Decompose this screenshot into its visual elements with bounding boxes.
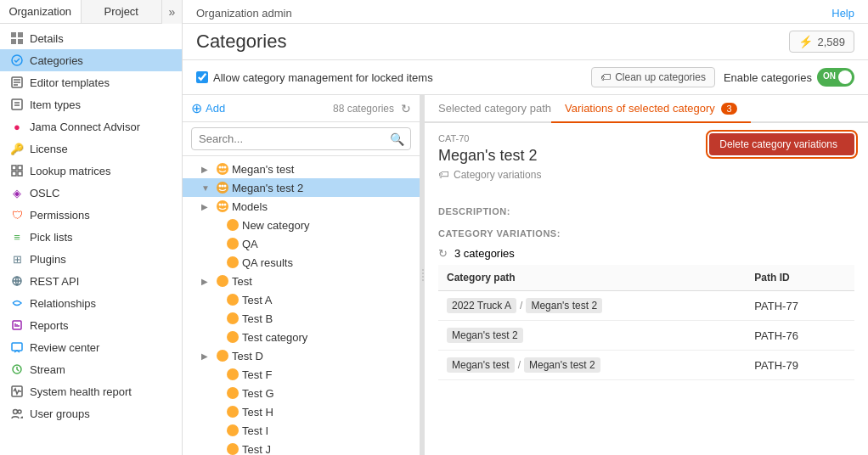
org-tab[interactable]: Organization: [0, 0, 82, 23]
category-management-checkbox[interactable]: [196, 71, 208, 83]
svg-rect-2: [11, 39, 16, 44]
tree-item-label: Test: [232, 275, 252, 288]
tree-item-label: Test B: [242, 312, 273, 325]
clean-up-button[interactable]: 🏷 Clean up categories: [591, 67, 715, 87]
help-link[interactable]: Help: [831, 7, 854, 20]
tree-item[interactable]: New category: [183, 216, 420, 234]
cat-tag-label: Category variations: [454, 169, 541, 181]
svg-point-33: [224, 185, 227, 188]
tree-list: ▶ Megan's test ▼ Megan's test 2 ▶ Models: [183, 156, 420, 455]
search-input[interactable]: [191, 127, 411, 150]
tree-item-label: Test F: [242, 368, 272, 381]
sidebar-item-lookup-label: Lookup matrices: [30, 165, 110, 177]
path-segment: Megan's test 2: [524, 357, 600, 373]
svg-point-39: [227, 238, 239, 250]
svg-point-26: [217, 163, 228, 175]
category-management-checkbox-label[interactable]: Allow category management for locked ite…: [196, 71, 433, 84]
tree-item[interactable]: QA: [183, 234, 420, 253]
svg-point-30: [217, 182, 228, 194]
sidebar-item-pick-lists[interactable]: ≡ Pick lists: [0, 226, 182, 248]
tree-item[interactable]: QA results: [183, 253, 420, 272]
sidebar-item-jama-advisor[interactable]: ● Jama Connect Advisor: [0, 115, 182, 138]
sidebar-item-stream[interactable]: Stream: [0, 358, 182, 380]
tree-item[interactable]: Test G: [183, 384, 420, 402]
jama-icon: ●: [10, 120, 24, 133]
tree-item-label: QA: [242, 238, 258, 250]
svg-point-31: [219, 185, 222, 188]
sidebar-item-license[interactable]: 🔑 License: [0, 138, 182, 160]
tree-item[interactable]: Test F: [183, 365, 420, 384]
variations-label: CATEGORY VARIATIONS:: [438, 228, 854, 239]
tree-item-label: Test A: [242, 294, 272, 306]
sidebar-item-oslc[interactable]: ◈ OSLC: [0, 182, 182, 204]
tree-toolbar: ⊕ Add 88 categories ↻: [183, 95, 420, 122]
tree-item[interactable]: ▼ Megan's test 2: [183, 178, 420, 197]
svg-point-38: [227, 219, 239, 231]
svg-point-45: [217, 350, 228, 362]
enable-categories-row: Enable categories ON: [724, 68, 854, 87]
path-id-cell: PATH-79: [746, 351, 854, 380]
sidebar-item-editor-templates[interactable]: Editor templates: [0, 71, 182, 93]
tree-item[interactable]: Test J: [183, 440, 420, 455]
tree-item[interactable]: Test B: [183, 309, 420, 328]
sidebar-item-users-label: User groups: [30, 407, 90, 420]
tree-refresh-button[interactable]: ↻: [401, 102, 411, 115]
sidebar-nav: Details Categories Editor templates: [0, 24, 182, 455]
sidebar-item-rest-api[interactable]: REST API: [0, 270, 182, 292]
grid-icon: [10, 31, 24, 45]
tree-item[interactable]: Test H: [183, 402, 420, 421]
sidebar-item-license-label: License: [30, 143, 68, 155]
sidebar-item-lookup[interactable]: Lookup matrices: [0, 160, 182, 182]
tree-item[interactable]: ▶ Models: [183, 197, 420, 216]
plus-icon: ⊕: [191, 100, 202, 116]
search-icon: 🔍: [390, 132, 404, 146]
variations-refresh-button[interactable]: ↻: [438, 247, 448, 260]
sidebar-item-plugins[interactable]: ⊞ Plugins: [0, 248, 182, 270]
sidebar-item-item-types[interactable]: Item types: [0, 93, 182, 115]
tree-item[interactable]: Test A: [183, 290, 420, 309]
sidebar-collapse-btn[interactable]: »: [161, 0, 182, 24]
svg-point-35: [219, 204, 222, 206]
add-label: Add: [206, 102, 225, 115]
sidebar-item-system-health[interactable]: System health report: [0, 380, 182, 402]
sidebar-item-reports[interactable]: Reports: [0, 314, 182, 336]
path-sep: /: [518, 359, 521, 371]
svg-rect-1: [18, 32, 23, 37]
tree-item-label: Test D: [232, 350, 263, 362]
sidebar-item-review-center[interactable]: Review center: [0, 336, 182, 358]
tree-item[interactable]: ▶ Test: [183, 272, 420, 290]
tree-item-label: Test category: [242, 331, 307, 344]
svg-point-29: [224, 166, 227, 169]
delete-icon-btn[interactable]: 🗑: [452, 181, 464, 194]
svg-point-46: [227, 368, 239, 380]
enable-toggle[interactable]: ON: [817, 68, 854, 87]
tab-variations[interactable]: Variations of selected category 3: [551, 95, 751, 123]
tree-item-label: Test J: [242, 443, 271, 456]
svg-rect-14: [12, 171, 16, 176]
relationships-icon: [10, 296, 24, 310]
sidebar-item-categories[interactable]: Categories: [0, 49, 182, 71]
main-header: Organization admin Help: [183, 0, 868, 24]
edit-icon-btn[interactable]: ✏: [438, 181, 448, 194]
delete-category-variations-button[interactable]: Delete category variations: [709, 133, 854, 155]
tag-icon: 🏷: [438, 168, 449, 181]
project-tab[interactable]: Project: [82, 0, 162, 23]
categories-icon: [10, 53, 24, 67]
svg-point-47: [227, 387, 239, 399]
picklists-icon: ≡: [10, 230, 24, 244]
path-id-cell: PATH-77: [746, 291, 854, 321]
sidebar-item-user-groups[interactable]: User groups: [0, 402, 182, 424]
sidebar-item-permissions[interactable]: 🛡 Permissions: [0, 204, 182, 226]
add-button[interactable]: ⊕ Add: [191, 100, 225, 116]
svg-rect-13: [18, 166, 22, 170]
categories-count: 88 categories: [333, 103, 394, 115]
tree-item[interactable]: Test category: [183, 328, 420, 346]
sidebar-item-details[interactable]: Details: [0, 27, 182, 49]
sidebar-item-reports-label: Reports: [30, 319, 69, 332]
tree-item[interactable]: Test I: [183, 421, 420, 440]
tree-item[interactable]: ▶ Megan's test: [183, 160, 420, 178]
sidebar-item-relationships[interactable]: Relationships: [0, 292, 182, 314]
tree-item[interactable]: ▶ Test D: [183, 346, 420, 365]
rest-icon: [10, 274, 24, 288]
cat-tag: 🏷 Category variations: [438, 168, 854, 181]
